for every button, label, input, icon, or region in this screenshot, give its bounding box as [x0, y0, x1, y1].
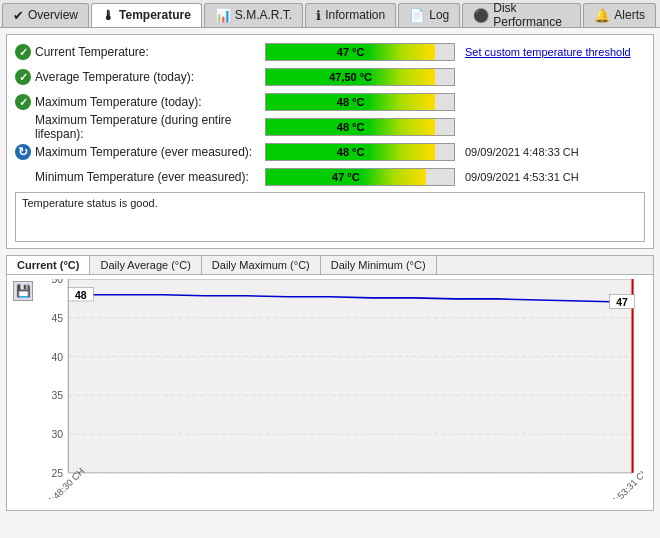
svg-text:25: 25	[51, 468, 63, 479]
value-current-temp: 47 °C	[337, 46, 365, 58]
extra-current-temp[interactable]: Set custom temperature threshold	[465, 46, 631, 58]
svg-text:47: 47	[616, 297, 628, 308]
temperature-icon: 🌡	[102, 8, 115, 23]
bar-max-life: 48 °C	[265, 118, 455, 136]
svg-text:50: 50	[51, 279, 63, 285]
chart-tab-current[interactable]: Current (°C)	[7, 256, 90, 274]
svg-text:45: 45	[51, 313, 63, 324]
information-icon: ℹ	[316, 8, 321, 23]
svg-text:40: 40	[51, 352, 63, 363]
status-icon-current: ✓	[15, 44, 31, 60]
main-content: ✓ Current Temperature: 47 °C Set custom …	[0, 28, 660, 538]
table-row: ✓ Average Temperature (today): 47,50 °C	[15, 66, 645, 88]
value-max-life: 48 °C	[337, 121, 365, 133]
tab-disk-performance-label: Disk Performance	[493, 1, 570, 29]
top-panel: ✓ Current Temperature: 47 °C Set custom …	[6, 34, 654, 249]
log-icon: 📄	[409, 8, 425, 23]
label-min-ever: Minimum Temperature (ever measured):	[35, 170, 265, 184]
tab-information-label: Information	[325, 8, 385, 22]
value-max-today: 48 °C	[337, 96, 365, 108]
status-text-area: Temperature status is good.	[15, 192, 645, 242]
table-row: ✓ Maximum Temperature (today): 48 °C	[15, 91, 645, 113]
tab-bar: ✔ Overview 🌡 Temperature 📊 S.M.A.R.T. ℹ …	[0, 0, 660, 28]
status-icon-max-ever: ↻	[15, 144, 31, 160]
label-current-temp: Current Temperature:	[35, 45, 265, 59]
chart-svg-container: 50 45 40 35 30 25	[37, 279, 643, 499]
label-max-life: Maximum Temperature (during entire lifes…	[35, 113, 265, 141]
chart-area: 💾 50 45 40 35	[7, 275, 653, 510]
temperature-chart: 50 45 40 35 30 25	[37, 279, 643, 499]
alerts-icon: 🔔	[594, 8, 610, 23]
status-icon-avg: ✓	[15, 69, 31, 85]
label-max-today: Maximum Temperature (today):	[35, 95, 265, 109]
svg-rect-0	[68, 279, 632, 473]
value-avg-temp: 47,50 °C	[329, 71, 372, 83]
bottom-panel: Current (°C) Daily Average (°C) Daily Ma…	[6, 255, 654, 511]
svg-text:35: 35	[51, 390, 63, 401]
bar-fill-avg: 47,50 °C	[266, 69, 435, 85]
status-icon-max-life	[15, 119, 31, 135]
bar-max-ever: 48 °C	[265, 143, 455, 161]
table-row: Maximum Temperature (during entire lifes…	[15, 116, 645, 138]
bar-current-temp: 47 °C	[265, 43, 455, 61]
svg-text:48: 48	[75, 290, 87, 301]
bar-fill-max-today: 48 °C	[266, 94, 435, 110]
chart-tab-daily-avg[interactable]: Daily Average (°C)	[90, 256, 201, 274]
extra-max-ever: 09/09/2021 4:48:33 CH	[465, 146, 579, 158]
tab-log[interactable]: 📄 Log	[398, 3, 460, 27]
extra-min-ever: 09/09/2021 4:53:31 CH	[465, 171, 579, 183]
bar-fill-max-ever: 48 °C	[266, 144, 435, 160]
status-text: Temperature status is good.	[22, 197, 158, 209]
tab-disk-performance[interactable]: ⚫ Disk Performance	[462, 3, 581, 27]
value-max-ever: 48 °C	[337, 146, 365, 158]
value-min-ever: 47 °C	[332, 171, 360, 183]
status-icon-min-ever	[15, 169, 31, 185]
tab-smart[interactable]: 📊 S.M.A.R.T.	[204, 3, 303, 27]
tab-overview-label: Overview	[28, 8, 78, 22]
chart-tab-daily-min[interactable]: Daily Minimum (°C)	[321, 256, 437, 274]
smart-icon: 📊	[215, 8, 231, 23]
chart-tab-daily-max[interactable]: Daily Maximum (°C)	[202, 256, 321, 274]
save-button[interactable]: 💾	[13, 281, 33, 301]
status-icon-max-today: ✓	[15, 94, 31, 110]
table-row: ✓ Current Temperature: 47 °C Set custom …	[15, 41, 645, 63]
table-row: Minimum Temperature (ever measured): 47 …	[15, 166, 645, 188]
svg-text:30: 30	[51, 429, 63, 440]
chart-tabs: Current (°C) Daily Average (°C) Daily Ma…	[7, 256, 653, 275]
bar-min-ever: 47 °C	[265, 168, 455, 186]
tab-alerts[interactable]: 🔔 Alerts	[583, 3, 656, 27]
bar-fill-max-life: 48 °C	[266, 119, 435, 135]
tab-smart-label: S.M.A.R.T.	[235, 8, 292, 22]
label-max-ever: Maximum Temperature (ever measured):	[35, 145, 265, 159]
tab-alerts-label: Alerts	[614, 8, 645, 22]
disk-icon: ⚫	[473, 8, 489, 23]
tab-information[interactable]: ℹ Information	[305, 3, 396, 27]
overview-icon: ✔	[13, 8, 24, 23]
bar-fill-current: 47 °C	[266, 44, 435, 60]
label-avg-temp: Average Temperature (today):	[35, 70, 265, 84]
tab-log-label: Log	[429, 8, 449, 22]
bar-fill-min-ever: 47 °C	[266, 169, 426, 185]
tab-temperature[interactable]: 🌡 Temperature	[91, 3, 202, 27]
tab-temperature-label: Temperature	[119, 8, 191, 22]
table-row: ↻ Maximum Temperature (ever measured): 4…	[15, 141, 645, 163]
tab-overview[interactable]: ✔ Overview	[2, 3, 89, 27]
bar-avg-temp: 47,50 °C	[265, 68, 455, 86]
bar-max-today: 48 °C	[265, 93, 455, 111]
